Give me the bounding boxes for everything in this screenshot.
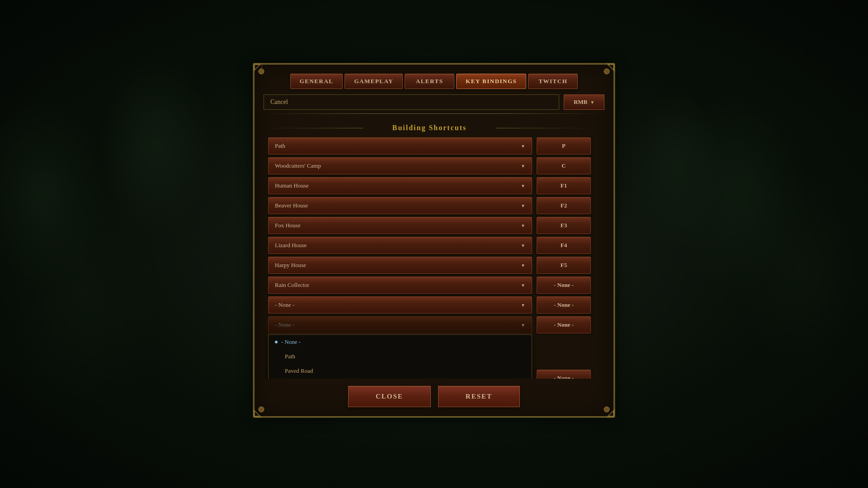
- building-select-beaver-house[interactable]: Beaver House ▼: [268, 197, 532, 214]
- chevron-down-icon: ▼: [521, 183, 525, 188]
- dropdown-option-reinforced-road[interactable]: Reinforced Road: [269, 378, 532, 379]
- key-badge-fox-house[interactable]: F3: [537, 217, 591, 234]
- svg-point-1: [604, 69, 609, 74]
- cancel-key-value: RMB: [574, 99, 587, 106]
- reset-button[interactable]: RESET: [438, 386, 520, 407]
- key-badge-path[interactable]: P: [537, 137, 591, 155]
- building-select-none-2-open[interactable]: - None - ▼: [268, 316, 532, 333]
- corner-ornament-br: [598, 400, 616, 418]
- key-badge-none-1[interactable]: - None -: [537, 296, 591, 314]
- dropdown-option-none[interactable]: - None -: [269, 335, 532, 349]
- chevron-down-icon: ▼: [521, 243, 525, 248]
- building-select-label: Woodcutters' Camp: [275, 162, 321, 169]
- cancel-label: Cancel: [264, 94, 559, 110]
- building-select-label: Rain Collector: [275, 282, 309, 289]
- dropdown-menu: - None - Path Paved Road: [268, 334, 532, 379]
- building-select-label: Fox House: [275, 222, 301, 229]
- building-select-none-1[interactable]: - None - ▼: [268, 296, 532, 314]
- key-badge-harpy-house[interactable]: F5: [537, 257, 591, 274]
- tab-twitch[interactable]: TWITCH: [528, 74, 578, 89]
- building-select-woodcutters[interactable]: Woodcutters' Camp ▼: [268, 157, 532, 174]
- svg-point-2: [259, 407, 264, 412]
- building-select-harpy-house[interactable]: Harpy House ▼: [268, 257, 532, 274]
- dropdown-option-path[interactable]: Path: [269, 349, 532, 364]
- chevron-down-icon: ▼: [521, 144, 525, 149]
- building-select-label: Human House: [275, 182, 309, 189]
- tab-bar: GENERAL GAMEPLAY ALERTS KEY BINDINGS TWI…: [264, 74, 604, 89]
- corner-ornament-tr: [598, 62, 616, 80]
- chevron-down-icon: ▼: [521, 303, 525, 308]
- svg-point-3: [604, 407, 609, 412]
- separator: [264, 113, 604, 114]
- key-badge-rain-collector[interactable]: - None -: [537, 277, 591, 294]
- building-select-label: Harpy House: [275, 262, 306, 269]
- key-badge-beaver-house[interactable]: F2: [537, 197, 591, 214]
- selected-dot: [275, 341, 278, 343]
- building-select-label: Lizard House: [275, 242, 307, 249]
- table-row: Human House ▼ F1: [268, 177, 591, 194]
- table-row: Beaver House ▼ F2: [268, 197, 591, 214]
- building-rows: Path ▼ P Woodcutters' Camp ▼ C: [264, 137, 595, 379]
- building-select-label: Beaver House: [275, 202, 308, 209]
- dropdown-option-paved-road[interactable]: Paved Road: [269, 364, 532, 378]
- cancel-dropdown-arrow: ▼: [590, 100, 594, 105]
- tab-general[interactable]: GENERAL: [290, 74, 343, 89]
- corner-ornament-tl: [252, 62, 270, 80]
- building-select-fox-house[interactable]: Fox House ▼: [268, 217, 532, 234]
- chevron-down-icon: ▼: [521, 164, 525, 169]
- building-select-human-house[interactable]: Human House ▼: [268, 177, 532, 194]
- cancel-key-button[interactable]: RMB ▼: [564, 94, 604, 110]
- chevron-down-icon: ▼: [521, 223, 525, 228]
- dialog-frame: GENERAL GAMEPLAY ALERTS KEY BINDINGS TWI…: [253, 63, 615, 418]
- dropdown-option-label: - None -: [281, 338, 301, 346]
- building-select-lizard-house[interactable]: Lizard House ▼: [268, 237, 532, 254]
- settings-dialog: GENERAL GAMEPLAY ALERTS KEY BINDINGS TWI…: [253, 63, 615, 425]
- table-row: Harpy House ▼ F5: [268, 257, 591, 274]
- building-select-label: - None -: [275, 321, 294, 328]
- table-row: - None - ▼ - None -: [268, 296, 591, 314]
- content-scroll[interactable]: Building Shortcuts Path ▼ P Woodcutters': [264, 117, 604, 379]
- chevron-down-icon: ▼: [521, 323, 525, 328]
- table-row: Fox House ▼ F3: [268, 217, 591, 234]
- table-row: Path ▼ P: [268, 137, 591, 155]
- table-row: Rain Collector ▼ - None -: [268, 277, 591, 294]
- chevron-down-icon: ▼: [521, 203, 525, 208]
- key-badge-none-2[interactable]: - None -: [537, 316, 591, 333]
- bottom-bar: CLOSE RESET: [264, 386, 604, 407]
- tab-alerts[interactable]: ALERTS: [405, 74, 454, 89]
- dropdown-option-label: Paved Road: [285, 367, 313, 375]
- building-select-label: - None -: [275, 301, 294, 309]
- key-badge-woodcutters[interactable]: C: [537, 157, 591, 174]
- key-badge-human-house[interactable]: F1: [537, 177, 591, 194]
- table-row: - None - ▼ - None -: [268, 316, 591, 333]
- building-select-label: Path: [275, 142, 285, 150]
- chevron-down-icon: ▼: [521, 283, 525, 288]
- close-button[interactable]: CLOSE: [348, 386, 431, 407]
- tab-gameplay[interactable]: GAMEPLAY: [344, 74, 403, 89]
- tab-key-bindings[interactable]: KEY BINDINGS: [456, 74, 526, 89]
- key-badge-lizard-house[interactable]: F4: [537, 237, 591, 254]
- chevron-down-icon: ▼: [521, 263, 525, 268]
- table-row: Woodcutters' Camp ▼ C: [268, 157, 591, 174]
- dropdown-option-label: Path: [285, 353, 295, 360]
- building-select-rain-collector[interactable]: Rain Collector ▼: [268, 277, 532, 294]
- key-badge-none-3[interactable]: - None -: [537, 370, 591, 379]
- building-shortcuts-header: Building Shortcuts: [264, 124, 595, 132]
- building-select-path[interactable]: Path ▼: [268, 137, 532, 155]
- table-row: Lizard House ▼ F4: [268, 237, 591, 254]
- cancel-row: Cancel RMB ▼: [264, 94, 604, 110]
- content-area: Building Shortcuts Path ▼ P Woodcutters': [264, 117, 604, 379]
- corner-ornament-bl: [252, 400, 270, 418]
